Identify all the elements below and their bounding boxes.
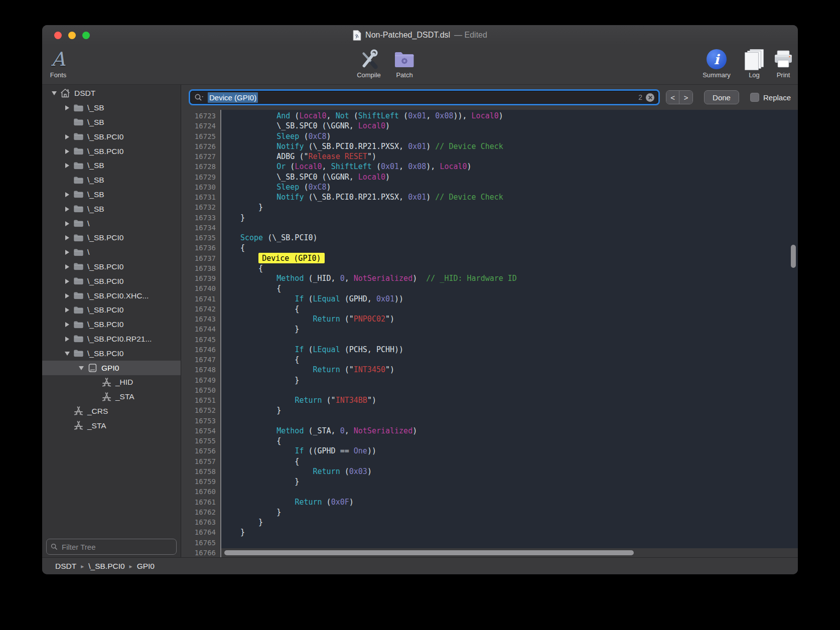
line-number: 16749: [181, 375, 220, 385]
tree-item-label: \_SB.PCI0: [87, 349, 123, 358]
filter-tree-input[interactable]: [61, 542, 172, 552]
line-number: 16739: [181, 273, 220, 283]
tree-item-hid[interactable]: _HID: [42, 375, 181, 390]
code-line: Return (0x0F): [240, 497, 798, 507]
code-line: Notify (\_SB.PCI0.RP21.PXSX, 0x01) // De…: [240, 141, 798, 151]
tree-item-crs[interactable]: _CRS: [42, 404, 181, 419]
folder-icon: [72, 276, 84, 286]
method-icon: [72, 406, 84, 416]
disclosure-triangle-icon[interactable]: [62, 278, 72, 285]
disclosure-triangle-icon[interactable]: [62, 350, 72, 357]
tree-item-dsdt[interactable]: DSDT: [42, 86, 181, 101]
tree-item-sbpci0xhc[interactable]: \_SB.PCI0.XHC...: [42, 288, 181, 303]
disclosure-triangle-icon[interactable]: [62, 263, 72, 270]
code-line: If (LEqual (PCHS, PCHH)): [240, 345, 798, 355]
tree-item-sb[interactable]: \_SB: [42, 188, 181, 202]
code-line: \_SB.SPC0 (\GGNR, Local0): [240, 121, 798, 131]
disclosure-triangle-icon[interactable]: [62, 234, 72, 241]
code-line: }: [240, 202, 798, 212]
tree-item-label: \_SB.PCI0: [87, 132, 123, 141]
disclosure-triangle-icon[interactable]: [62, 104, 72, 111]
toolbar: A Fonts Compile: [42, 45, 798, 85]
disclosure-triangle-icon[interactable]: [76, 365, 86, 372]
tree-item-sta[interactable]: _STA: [42, 418, 181, 433]
replace-toggle: Replace: [750, 93, 791, 102]
tree-item-sbpci0[interactable]: \_SB.PCI0: [42, 129, 181, 144]
code-line: Or (Local0, ShiftLeft (0x01, 0x08), Loca…: [240, 162, 798, 172]
patch-button[interactable]: Patch: [391, 47, 417, 79]
disclosure-triangle-icon[interactable]: [62, 292, 72, 299]
tree-item-sbpci0[interactable]: \_SB.PCI0: [42, 303, 181, 318]
code-line: }: [240, 527, 798, 537]
replace-checkbox[interactable]: [750, 93, 759, 102]
line-number: 16732: [181, 202, 220, 212]
tree-item-sb[interactable]: \_SB: [42, 115, 181, 130]
tree-item-sbpci0[interactable]: \_SB.PCI0: [42, 346, 181, 361]
code-line: Return (0x03): [240, 466, 798, 477]
print-button[interactable]: Print: [771, 47, 796, 79]
line-number: 16751: [181, 395, 220, 405]
code-editor[interactable]: 1672316724167251672616727167281672916730…: [181, 110, 798, 557]
tree-item-[interactable]: \: [42, 245, 181, 260]
compile-button[interactable]: Compile: [353, 47, 384, 79]
disclosure-triangle-icon[interactable]: [62, 133, 72, 140]
code-line: }: [240, 375, 798, 385]
tree-item-gpi0[interactable]: GPI0: [42, 361, 181, 375]
tree-item-[interactable]: \: [42, 216, 181, 231]
find-next-button[interactable]: >: [679, 91, 692, 104]
disclosure-triangle-icon[interactable]: [62, 148, 72, 155]
tree-item-sb[interactable]: \_SB: [42, 159, 181, 173]
tree-item-sbpci0[interactable]: \_SB.PCI0: [42, 144, 181, 159]
document-icon: [353, 30, 361, 41]
tree-item-label: DSDT: [74, 89, 95, 98]
minimize-button[interactable]: [68, 32, 76, 39]
app-window: Non-Patched_DSDT.dsl — Edited A Fonts Co…: [42, 25, 798, 574]
disclosure-triangle-icon[interactable]: [62, 162, 72, 169]
find-input[interactable]: Device (GPI0) 2: [189, 89, 660, 105]
folder-icon: [72, 103, 84, 113]
tree-item-label: \_SB.PCI0: [87, 305, 123, 314]
filter-tree-field[interactable]: [46, 539, 177, 555]
tree-item-sbpci0[interactable]: \_SB.PCI0: [42, 231, 181, 245]
disclosure-triangle-icon[interactable]: [62, 249, 72, 256]
disclosure-triangle-icon[interactable]: [62, 220, 72, 227]
disclosure-triangle-icon[interactable]: [62, 336, 72, 343]
log-button[interactable]: Log: [742, 47, 767, 79]
find-previous-button[interactable]: <: [666, 91, 679, 104]
disclosure-triangle-icon[interactable]: [62, 306, 72, 313]
tree-item-sb[interactable]: \_SB: [42, 202, 181, 216]
tree-item-sbpci0[interactable]: \_SB.PCI0: [42, 260, 181, 274]
tree-item-label: _STA: [87, 421, 106, 430]
line-number: 16737: [181, 253, 220, 263]
compile-icon: [358, 49, 379, 70]
tree-item-label: \_SB.PCI0: [87, 277, 123, 286]
horizontal-scrollbar-thumb[interactable]: [224, 550, 634, 555]
breadcrumb: DSDT▸\_SB.PCI0▸GPI0: [55, 562, 155, 571]
method-icon: [100, 392, 112, 402]
line-number: 16756: [181, 446, 220, 456]
disclosure-triangle-icon[interactable]: [49, 90, 59, 97]
horizontal-scrollbar: [221, 548, 798, 557]
clear-search-icon[interactable]: [646, 93, 654, 102]
vertical-scrollbar[interactable]: [791, 245, 796, 268]
disclosure-triangle-icon[interactable]: [62, 321, 72, 328]
done-button[interactable]: Done: [704, 90, 739, 104]
summary-button[interactable]: i Summary: [695, 47, 738, 79]
traffic-lights: [54, 32, 90, 39]
zoom-button[interactable]: [82, 32, 90, 39]
tree-item-label: \_SB.PCI0.RP21...: [87, 335, 152, 344]
tree-item-sb[interactable]: \_SB: [42, 101, 181, 115]
disclosure-triangle-icon[interactable]: [62, 206, 72, 213]
disclosure-triangle-icon[interactable]: [62, 191, 72, 198]
tree-item-sbpci0rp21[interactable]: \_SB.PCI0.RP21...: [42, 332, 181, 347]
fonts-button[interactable]: A Fonts: [45, 47, 71, 79]
tree-item-sbpci0[interactable]: \_SB.PCI0: [42, 318, 181, 332]
tree-item-sta[interactable]: _STA: [42, 390, 181, 404]
search-menu-icon[interactable]: [194, 93, 204, 101]
tree-item-sb[interactable]: \_SB: [42, 173, 181, 188]
close-button[interactable]: [54, 32, 62, 39]
tree-item-label: \_SB: [87, 205, 104, 214]
log-label: Log: [742, 71, 767, 79]
tree-item-sbpci0[interactable]: \_SB.PCI0: [42, 274, 181, 288]
search-match-highlight: Device (GPI0): [258, 253, 324, 263]
